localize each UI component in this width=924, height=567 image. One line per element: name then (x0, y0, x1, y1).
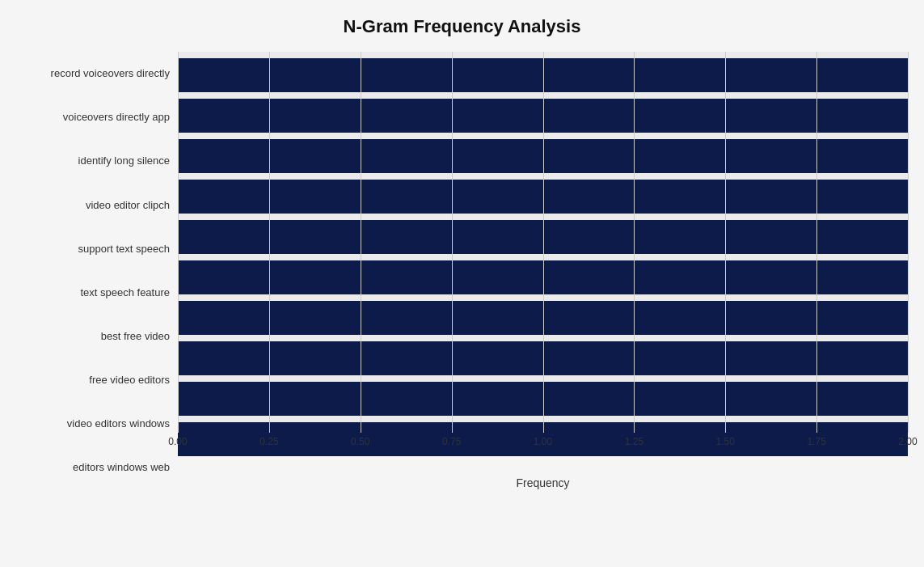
plot-area: 0.000.250.500.751.001.251.501.752.00 Fre… (178, 52, 908, 489)
grid-line (178, 52, 179, 433)
y-label: record voiceovers directly (16, 53, 170, 95)
x-axis-ticks: 0.000.250.500.751.001.251.501.752.00 (178, 433, 908, 457)
y-label: editors windows web (16, 446, 170, 489)
grid-line (361, 52, 361, 433)
x-tick: 0.25 (259, 436, 278, 447)
y-label: best free video (16, 315, 170, 358)
grid-line (543, 52, 544, 433)
x-tick: 1.75 (807, 436, 825, 447)
chart-area: record voiceovers directlyvoiceovers dir… (16, 52, 908, 489)
y-label: text speech feature (16, 272, 170, 314)
grid-line (269, 52, 270, 433)
y-label: support text speech (16, 227, 170, 269)
grid-line (725, 52, 726, 433)
x-tick: 0.75 (442, 436, 461, 447)
grid-line (452, 52, 453, 433)
x-tick: 0.50 (351, 436, 369, 447)
chart-title: N-Gram Frequency Analysis (16, 16, 908, 37)
x-tick: 2.00 (898, 436, 917, 447)
grid-line (634, 52, 635, 433)
x-tick: 1.50 (716, 436, 735, 447)
y-label: voiceovers directly app (16, 96, 170, 138)
y-label: identify long silence (16, 140, 170, 182)
chart-container: N-Gram Frequency Analysis record voiceov… (0, 0, 924, 567)
x-tick: 1.25 (625, 436, 643, 447)
grid-line (908, 52, 909, 433)
y-label: video editor clipch (16, 184, 170, 226)
y-label: free video editors (16, 359, 170, 401)
x-axis-label: Frequency (178, 476, 908, 489)
grid-line (816, 52, 817, 433)
x-tick: 0.00 (168, 436, 187, 447)
y-axis: record voiceovers directlyvoiceovers dir… (16, 52, 178, 489)
grid-and-bars (178, 52, 908, 433)
x-tick: 1.00 (534, 436, 552, 447)
y-label: video editors windows (16, 403, 170, 445)
